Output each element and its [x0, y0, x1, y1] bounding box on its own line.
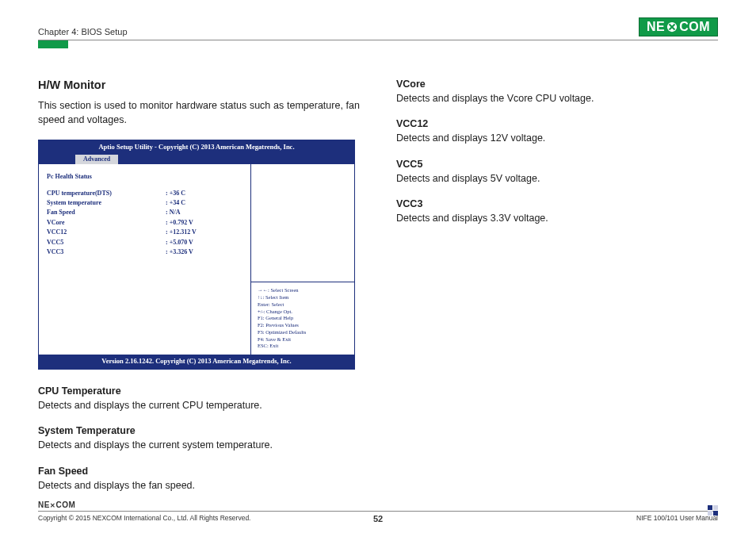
term-desc: Detects and displays 12V voltage.: [396, 131, 718, 145]
chapter-label: Chapter 4: BIOS Setup: [38, 27, 128, 36]
bios-help-keys: →←: Select Screen↑↓: Select ItemEnter: S…: [251, 282, 354, 355]
bios-row: VCC12: +12.312 V: [47, 228, 242, 237]
term-title: VCC12: [396, 117, 718, 131]
bios-section-heading: Pc Health Status: [47, 172, 242, 182]
bios-title-bar: Aptio Setup Utility - Copyright (C) 2013…: [39, 140, 354, 155]
footer-copyright: Copyright © 2015 NEXCOM International Co…: [38, 514, 250, 522]
footer-logo-left: NE: [38, 500, 50, 509]
footer-logo-right: COM: [55, 500, 75, 509]
section-title: H/W Monitor: [38, 77, 360, 94]
term-desc: Detects and displays the current CPU tem…: [38, 398, 360, 412]
term-title: Fan Speed: [38, 464, 360, 478]
term-title: System Temperature: [38, 424, 360, 438]
footer-logo: NE✕COM: [38, 501, 75, 509]
bios-right-pane: →←: Select Screen↑↓: Select ItemEnter: S…: [251, 164, 354, 355]
bios-help-line: ↑↓: Select Item: [258, 294, 348, 301]
bios-row-value: : +5.070 V: [166, 238, 193, 247]
bios-row-label: Fan Speed: [47, 208, 166, 217]
bios-row: Fan Speed: N/A: [47, 208, 242, 217]
left-column: H/W Monitor This section is used to moni…: [38, 77, 360, 493]
term-desc: Detects and displays the Vcore CPU volta…: [396, 91, 718, 105]
bios-row: CPU temperature(DTS): +36 C: [47, 189, 242, 198]
bios-screenshot: Aptio Setup Utility - Copyright (C) 2013…: [38, 140, 355, 370]
page-number: 52: [373, 514, 383, 523]
bios-help-line: F2: Previous Values: [258, 322, 348, 329]
right-column: VCoreDetects and displays the Vcore CPU …: [396, 77, 718, 493]
bios-help-line: F4: Save & Exit: [258, 336, 348, 343]
bios-row-label: VCore: [47, 218, 166, 228]
page-header: Chapter 4: BIOS Setup NE COM: [38, 17, 718, 40]
footer-manual-name: NIFE 100/101 User Manual: [636, 514, 718, 522]
logo-text-left: NE: [647, 20, 665, 34]
page-footer: NE✕COM Copyright © 2015 NEXCOM Internati…: [38, 497, 718, 522]
bios-tab-advanced: Advanced: [75, 155, 118, 164]
bios-help-line: F1: General Help: [258, 315, 348, 322]
footer-squares-icon: [708, 505, 718, 516]
logo-x-icon: [666, 21, 678, 33]
bios-row-label: VCC3: [47, 247, 166, 257]
bios-row-label: CPU temperature(DTS): [47, 189, 166, 198]
term-title: VCore: [396, 77, 718, 91]
term-desc: Detects and displays 5V voltage.: [396, 171, 718, 186]
bios-row: VCC5: +5.070 V: [47, 238, 242, 247]
bios-row-label: VCC5: [47, 238, 166, 247]
bios-row-value: : N/A: [166, 208, 180, 217]
bios-row-value: : +34 C: [166, 198, 185, 208]
section-intro: This section is used to monitor hardware…: [38, 98, 360, 127]
bios-help-line: F3: Optimized Defaults: [258, 329, 348, 336]
bios-row-value: : +36 C: [166, 189, 185, 198]
bios-row: VCC3: +3.326 V: [47, 247, 242, 257]
bios-row: VCore: +0.792 V: [47, 218, 242, 228]
term-title: VCC3: [396, 197, 718, 211]
term-title: CPU Temperature: [38, 384, 360, 398]
term-desc: Detects and displays the fan speed.: [38, 478, 360, 493]
bios-row-value: : +3.326 V: [166, 247, 193, 257]
header-accent-bar: [38, 40, 68, 48]
bios-rows: CPU temperature(DTS): +36 CSystem temper…: [47, 189, 242, 258]
bios-row: System temperature: +34 C: [47, 198, 242, 208]
brand-logo: NE COM: [639, 17, 718, 36]
bios-tab-row: Advanced: [39, 155, 354, 164]
bios-help-line: →←: Select Screen: [258, 287, 348, 294]
bios-help-line: Enter: Select: [258, 301, 348, 309]
bios-row-label: System temperature: [47, 198, 166, 208]
bios-footer-bar: Version 2.16.1242. Copyright (C) 2013 Am…: [39, 355, 354, 369]
term-desc: Detects and displays 3.3V voltage.: [396, 211, 718, 225]
bios-left-pane: Pc Health Status CPU temperature(DTS): +…: [39, 164, 251, 355]
term-desc: Detects and displays the current system …: [38, 438, 360, 452]
bios-help-line: +/-: Change Opt.: [258, 309, 348, 316]
bios-help-line: ESC: Exit: [258, 343, 348, 350]
bios-row-value: : +12.312 V: [166, 228, 197, 237]
logo-text-right: COM: [679, 20, 710, 34]
bios-row-value: : +0.792 V: [166, 218, 193, 228]
term-title: VCC5: [396, 157, 718, 171]
content-columns: H/W Monitor This section is used to moni…: [38, 77, 718, 493]
bios-row-label: VCC12: [47, 228, 166, 237]
